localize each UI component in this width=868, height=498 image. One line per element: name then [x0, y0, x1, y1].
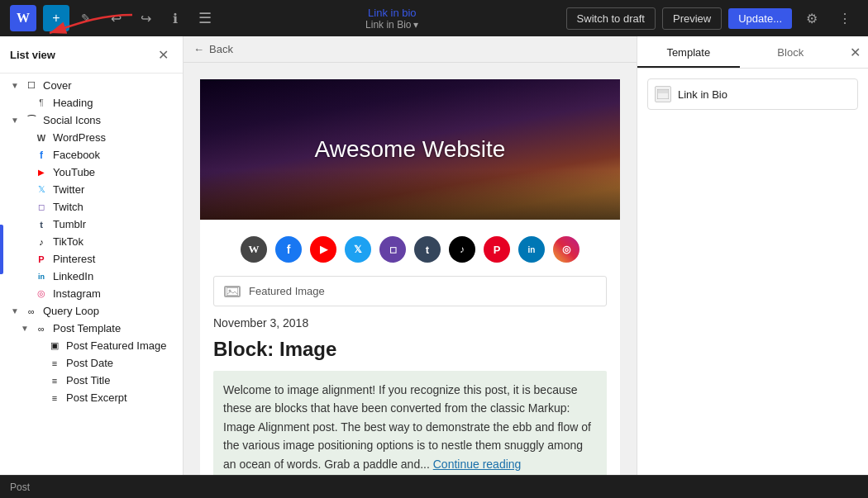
tree-item-post-template[interactable]: ▼ ∞ Post Template: [0, 320, 183, 337]
wp-logo-text: W: [17, 11, 30, 26]
info-icon: ℹ: [173, 11, 178, 26]
continue-reading-link[interactable]: Continue reading: [433, 458, 522, 471]
list-view-button[interactable]: ☰: [192, 5, 218, 31]
tree-item-tiktok[interactable]: ♪ TikTok: [0, 233, 183, 250]
tab-template[interactable]: Template: [637, 36, 740, 68]
bottom-bar: Post: [0, 475, 868, 498]
chevron-down-icon: ▾: [413, 19, 418, 31]
tree-label-social-icons: Social Icons: [43, 114, 101, 126]
edit-button[interactable]: ✎: [73, 5, 99, 31]
post-title-icon: ≡: [46, 376, 63, 386]
tree-item-social-icons[interactable]: ▼ ⁀ Social Icons: [0, 111, 183, 129]
featured-image-placeholder: Featured Image: [213, 276, 607, 306]
social-icon-twitch[interactable]: ◻: [379, 236, 406, 263]
tree-item-tumblr[interactable]: t Tumblr: [0, 216, 183, 233]
right-panel-body: Link in Bio: [637, 69, 868, 120]
post-featured-image-icon: ▣: [46, 340, 63, 351]
social-icon-linkedin[interactable]: in: [518, 236, 545, 263]
tree-label-cover: Cover: [43, 79, 72, 92]
canvas-frame: Awesome Website W f ▶ 𝕏 ◻ t ♪ P in ◎: [200, 79, 620, 475]
tab-block[interactable]: Block: [740, 36, 842, 68]
tree-item-post-featured-image[interactable]: ▣ Post Featured Image: [0, 337, 183, 354]
tiktok-icon: ♪: [33, 237, 50, 247]
heading-icon: ¶: [33, 98, 50, 107]
social-icon-tiktok[interactable]: ♪: [449, 236, 475, 263]
youtube-icon: ▶: [33, 168, 50, 177]
tree-item-query-loop[interactable]: ▼ ∞ Query Loop: [0, 302, 183, 320]
right-panel-close-button[interactable]: ✕: [842, 36, 868, 68]
canvas-back-button[interactable]: ← Back: [193, 43, 233, 55]
social-icons-icon: ⁀: [23, 115, 40, 126]
facebook-icon: f: [33, 149, 50, 161]
update-button[interactable]: Update...: [728, 8, 792, 29]
list-view-icon: ☰: [198, 9, 212, 27]
tree-item-instagram[interactable]: ◎ Instagram: [0, 285, 183, 302]
tree-label-post-excerpt: Post Excerpt: [66, 391, 127, 404]
social-icon-tumblr[interactable]: t: [414, 236, 441, 263]
cover-icon: ☐: [23, 80, 40, 91]
add-icon: +: [52, 11, 60, 26]
tree-item-wordpress[interactable]: W WordPress: [0, 129, 183, 146]
template-item-link-in-bio[interactable]: Link in Bio: [647, 78, 858, 110]
social-icon-instagram[interactable]: ◎: [553, 236, 579, 263]
redo-button[interactable]: ↪: [132, 5, 159, 31]
switch-draft-button[interactable]: Switch to draft: [566, 7, 656, 30]
site-link-subtitle: Link in Bio ▾: [365, 19, 418, 31]
social-icon-facebook[interactable]: f: [275, 236, 302, 263]
featured-image-icon: [224, 286, 241, 297]
toolbar: W + ✎ ↩ ↪ ℹ ☰ Link in bio Link in Bio ▾: [0, 0, 868, 36]
tree-item-twitch[interactable]: ◻ Twitch: [0, 198, 183, 216]
chevron-icon: ▼: [17, 324, 33, 333]
tree-item-twitter[interactable]: 𝕏 Twitter: [0, 181, 183, 198]
tree-label-facebook: Facebook: [53, 149, 100, 161]
update-label: Update...: [738, 12, 782, 25]
main-layout: List view ✕ ▼ ☐ Cover ¶ Heading ▼: [0, 36, 868, 475]
tree-item-youtube[interactable]: ▶ YouTube: [0, 164, 183, 181]
social-icon-twitter[interactable]: 𝕏: [345, 236, 371, 263]
canvas-scroll[interactable]: Awesome Website W f ▶ 𝕏 ◻ t ♪ P in ◎: [184, 63, 637, 475]
linkedin-icon: in: [33, 273, 50, 281]
tree-item-post-excerpt[interactable]: ≡ Post Excerpt: [0, 389, 183, 406]
wordpress-icon: W: [33, 133, 50, 143]
chevron-icon: ▼: [7, 81, 23, 90]
template-item-label: Link in Bio: [678, 88, 727, 101]
right-panel: Template Block ✕ Link in Bio: [637, 36, 868, 475]
post-body: Welcome to image alignment! If you recog…: [213, 371, 607, 475]
post-title: Block: Image: [200, 338, 620, 361]
svg-rect-1: [227, 287, 238, 296]
tree-item-post-date[interactable]: ≡ Post Date: [0, 354, 183, 372]
tree-label-post-template: Post Template: [53, 322, 121, 334]
post-date: November 3, 2018: [200, 316, 620, 330]
tree-item-linkedin[interactable]: in LinkedIn: [0, 268, 183, 285]
tree-item-pinterest[interactable]: P Pinterest: [0, 250, 183, 268]
preview-button[interactable]: Preview: [662, 7, 722, 30]
left-panel-close-button[interactable]: ✕: [153, 45, 173, 64]
tree-list: ▼ ☐ Cover ¶ Heading ▼ ⁀ Social Icons: [0, 74, 183, 475]
add-button[interactable]: +: [43, 5, 69, 31]
social-icon-wordpress[interactable]: W: [241, 236, 267, 263]
tree-item-post-title[interactable]: ≡ Post Title: [0, 372, 183, 389]
undo-button[interactable]: ↩: [103, 5, 129, 31]
wp-logo[interactable]: W: [10, 5, 36, 31]
more-icon: ⋮: [838, 11, 851, 26]
chevron-icon: ▼: [7, 306, 23, 315]
tree-item-heading[interactable]: ¶ Heading: [0, 94, 183, 111]
social-icon-youtube[interactable]: ▶: [310, 236, 336, 263]
canvas-topbar: ← Back: [184, 36, 637, 63]
toolbar-center: Link in bio Link in Bio ▾: [222, 7, 563, 31]
redo-icon: ↪: [141, 11, 151, 26]
tree-label-tumblr: Tumblr: [53, 218, 86, 230]
toolbar-right: Switch to draft Preview Update... ⚙ ⋮: [566, 5, 858, 31]
post-body-text: Welcome to image alignment! If you recog…: [223, 383, 591, 471]
tree-item-facebook[interactable]: f Facebook: [0, 146, 183, 164]
tree-label-twitch: Twitch: [53, 201, 83, 213]
site-link-title[interactable]: Link in bio: [368, 7, 417, 19]
social-icon-pinterest[interactable]: P: [484, 236, 510, 263]
canvas-hero-title: Awesome Website: [315, 136, 506, 163]
info-button[interactable]: ℹ: [162, 5, 188, 31]
social-icons-row: W f ▶ 𝕏 ◻ t ♪ P in ◎: [200, 220, 620, 276]
tree-item-cover[interactable]: ▼ ☐ Cover: [0, 77, 183, 94]
tree-label-post-date: Post Date: [66, 357, 113, 369]
more-options-button[interactable]: ⋮: [832, 5, 858, 31]
settings-button[interactable]: ⚙: [799, 5, 825, 31]
